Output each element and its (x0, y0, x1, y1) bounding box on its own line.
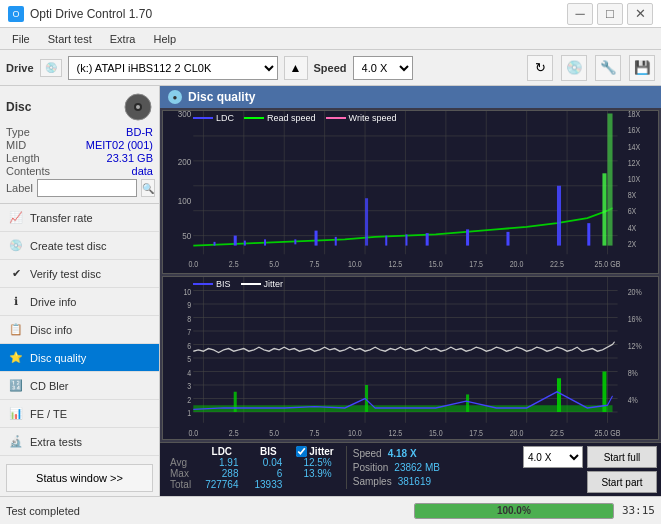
refresh-button[interactable]: ↻ (527, 55, 553, 81)
speed-stat-label: Speed (353, 448, 382, 459)
media-button[interactable]: 💿 (561, 55, 587, 81)
svg-text:22.5: 22.5 (550, 259, 564, 269)
svg-text:5.0: 5.0 (269, 427, 279, 438)
svg-rect-52 (602, 173, 606, 245)
svg-text:14X: 14X (628, 142, 641, 152)
svg-rect-110 (234, 392, 237, 412)
svg-text:4%: 4% (628, 393, 639, 404)
speed-stat-value: 4.18 X (388, 448, 417, 459)
svg-text:50: 50 (182, 231, 191, 242)
main-area: Disc Type BD-R MID MEIT02 (001) Length (0, 86, 661, 496)
action-buttons-area: 4.0 X Start full Start part (523, 446, 657, 493)
svg-text:10X: 10X (628, 174, 641, 184)
svg-text:5: 5 (187, 353, 191, 364)
svg-rect-112 (466, 394, 469, 412)
menu-file[interactable]: File (4, 31, 38, 47)
svg-text:17.5: 17.5 (469, 427, 483, 438)
drive-icon: 💿 (40, 59, 62, 77)
disc-quality-title: Disc quality (188, 90, 255, 104)
svg-text:16X: 16X (628, 126, 641, 136)
disc-header: Disc (6, 92, 153, 122)
sidebar-item-transfer-rate[interactable]: 📈 Transfer rate (0, 204, 159, 232)
bis-avg: 0.04 (247, 457, 291, 468)
svg-text:2.5: 2.5 (229, 259, 239, 269)
svg-text:10.0: 10.0 (348, 259, 362, 269)
bis-max: 6 (247, 468, 291, 479)
disc-info-icon: 📋 (8, 322, 24, 338)
menu-extra[interactable]: Extra (102, 31, 144, 47)
svg-text:100: 100 (178, 196, 191, 207)
speed-selector[interactable]: 4.0 X (353, 56, 413, 80)
save-button[interactable]: 💾 (629, 55, 655, 81)
status-bar: Test completed 100.0% 33:15 (0, 496, 661, 524)
content-area: ● Disc quality LDC Read speed (160, 86, 661, 496)
max-label: Max (164, 468, 197, 479)
svg-rect-60 (405, 234, 407, 245)
svg-rect-46 (365, 198, 368, 245)
avg-label: Avg (164, 457, 197, 468)
svg-rect-113 (557, 378, 561, 412)
minimize-button[interactable]: ─ (567, 3, 593, 25)
svg-rect-48 (466, 229, 469, 245)
bis-total: 13933 (247, 479, 291, 490)
sidebar-item-extra-tests[interactable]: 🔬 Extra tests (0, 428, 159, 456)
disc-mid-row: MID MEIT02 (001) (6, 139, 153, 151)
position-label: Position (353, 462, 389, 473)
ldc-legend: LDC (193, 113, 234, 123)
start-full-button[interactable]: Start full (587, 446, 657, 468)
svg-text:0.0: 0.0 (188, 259, 198, 269)
svg-rect-57 (294, 239, 296, 244)
svg-text:8%: 8% (628, 366, 639, 377)
disc-graphic (123, 92, 153, 122)
close-button[interactable]: ✕ (627, 3, 653, 25)
eject-button[interactable]: ▲ (284, 56, 308, 80)
sidebar-item-fe-te[interactable]: 📊 FE / TE (0, 400, 159, 428)
svg-point-2 (136, 105, 140, 109)
ldc-avg: 1.91 (197, 457, 246, 468)
menu-start-test[interactable]: Start test (40, 31, 100, 47)
svg-text:20%: 20% (628, 285, 643, 296)
menu-help[interactable]: Help (145, 31, 184, 47)
drive-selector[interactable]: (k:) ATAPI iHBS112 2 CL0K (68, 56, 278, 80)
app-title: Opti Drive Control 1.70 (30, 7, 152, 21)
svg-text:10: 10 (183, 285, 191, 296)
app-icon: O (8, 6, 24, 22)
charts-area: LDC Read speed Write speed (160, 108, 661, 442)
disc-label-input[interactable] (37, 179, 137, 197)
sidebar-item-create-test-disc[interactable]: 💿 Create test disc (0, 232, 159, 260)
speed-label: Speed (314, 62, 347, 74)
disc-quality-header: ● Disc quality (160, 86, 661, 108)
svg-rect-53 (607, 113, 612, 245)
maximize-button[interactable]: □ (597, 3, 623, 25)
time-display: 33:15 (622, 504, 655, 517)
ldc-max: 288 (197, 468, 246, 479)
disc-type-row: Type BD-R (6, 126, 153, 138)
svg-text:5.0: 5.0 (269, 259, 279, 269)
status-window-button[interactable]: Status window >> (6, 464, 153, 492)
svg-rect-45 (315, 231, 318, 246)
menu-bar: File Start test Extra Help (0, 28, 661, 50)
label-go-button[interactable]: 🔍 (141, 179, 155, 197)
chart2-legend: BIS Jitter (193, 279, 283, 289)
svg-rect-56 (264, 239, 266, 245)
samples-value: 381619 (398, 476, 431, 487)
start-part-button[interactable]: Start part (587, 471, 657, 493)
svg-text:8: 8 (187, 312, 191, 323)
sidebar-item-disc-quality[interactable]: ⭐ Disc quality (0, 344, 159, 372)
toolbar: Drive 💿 (k:) ATAPI iHBS112 2 CL0K ▲ Spee… (0, 50, 661, 86)
svg-text:25.0 GB: 25.0 GB (595, 259, 621, 269)
svg-text:2: 2 (187, 393, 191, 404)
speed-unit-selector[interactable]: 4.0 X (523, 446, 583, 468)
settings-button[interactable]: 🔧 (595, 55, 621, 81)
svg-text:300: 300 (178, 111, 191, 119)
svg-rect-59 (385, 236, 387, 246)
svg-text:1: 1 (187, 407, 191, 418)
svg-rect-44 (234, 236, 237, 246)
chart1-legend: LDC Read speed Write speed (193, 113, 396, 123)
jitter-checkbox[interactable] (296, 446, 307, 457)
sidebar-item-verify-test-disc[interactable]: ✔ Verify test disc (0, 260, 159, 288)
sidebar-item-disc-info[interactable]: 📋 Disc info (0, 316, 159, 344)
disc-quality-header-icon: ● (168, 90, 182, 104)
sidebar-item-cd-bler[interactable]: 🔢 CD Bler (0, 372, 159, 400)
sidebar-item-drive-info[interactable]: ℹ Drive info (0, 288, 159, 316)
